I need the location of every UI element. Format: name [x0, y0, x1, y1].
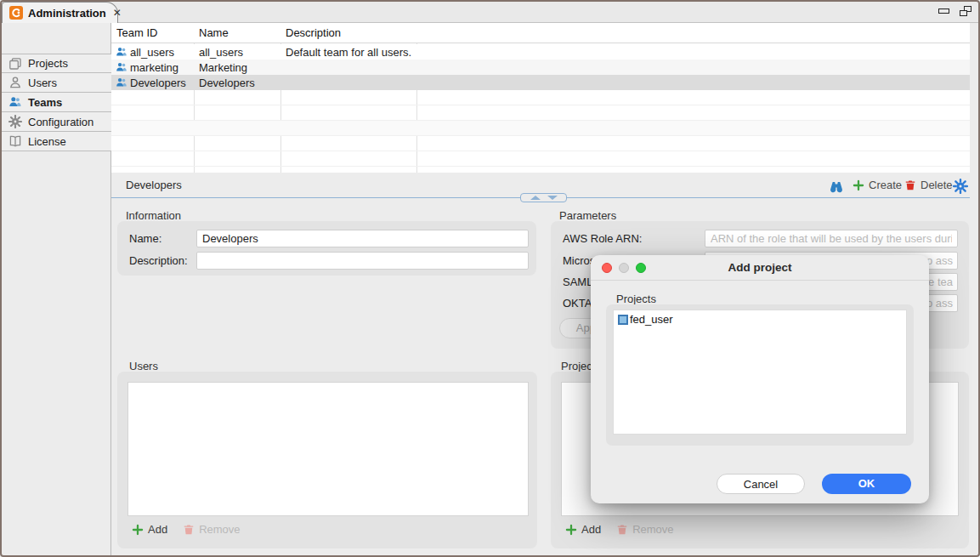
- user-icon: [8, 76, 22, 89]
- projects-add-button[interactable]: Add: [565, 523, 601, 536]
- tab-strip: [2, 2, 978, 23]
- sidebar-item-label: Projects: [28, 57, 68, 70]
- splitter-handle[interactable]: [520, 193, 567, 202]
- team-description-input[interactable]: [196, 252, 529, 270]
- add-project-dialog: Add project Projects fed_user Cancel OK: [591, 255, 929, 503]
- trash-icon: [616, 524, 628, 536]
- table-row-developers-selected[interactable]: Developers Developers: [111, 75, 970, 90]
- table-empty-row: [111, 121, 970, 136]
- aws-role-arn-label: AWS Role ARN:: [563, 230, 642, 247]
- minimize-traffic-light-icon: [619, 263, 629, 273]
- users-remove-button[interactable]: Remove: [183, 523, 240, 536]
- dialog-projects-label: Projects: [616, 293, 656, 305]
- sidebar-item-label: Teams: [28, 96, 62, 109]
- users-list[interactable]: [127, 382, 529, 516]
- dialog-projects-list[interactable]: fed_user: [613, 310, 907, 435]
- table-empty-row: [111, 105, 970, 121]
- parameters-section-label: Parameters: [559, 209, 616, 222]
- minimize-icon[interactable]: [938, 9, 949, 14]
- sidebar-item-label: Configuration: [28, 116, 93, 128]
- column-header-name[interactable]: Name: [199, 26, 229, 39]
- name-label: Name:: [129, 230, 161, 247]
- trash-icon: [183, 524, 195, 536]
- cancel-button[interactable]: Cancel: [717, 474, 805, 494]
- cell-team-id: Developers: [130, 77, 186, 89]
- team-name-input[interactable]: [196, 230, 529, 247]
- description-label: Description:: [129, 252, 188, 270]
- sidebar-item-teams[interactable]: Teams: [2, 93, 111, 112]
- restore-icon[interactable]: [960, 6, 972, 16]
- project-item-label: fed_user: [630, 313, 673, 326]
- sidebar-item-label: License: [28, 135, 66, 148]
- column-header-description[interactable]: Description: [286, 26, 341, 39]
- remove-label: Remove: [199, 523, 240, 536]
- cell-description: Default team for all users.: [286, 46, 411, 59]
- book-icon: [8, 134, 22, 148]
- sidebar-item-projects[interactable]: Projects: [2, 54, 111, 73]
- sidebar-item-license[interactable]: License: [2, 132, 111, 151]
- team-icon: [116, 77, 127, 88]
- binoculars-icon: [829, 179, 842, 192]
- teams-icon: [8, 95, 22, 109]
- add-label: Add: [148, 523, 167, 536]
- zoom-traffic-light-icon[interactable]: [636, 263, 646, 273]
- remove-label: Remove: [632, 523, 673, 536]
- table-empty-row: [111, 90, 970, 105]
- teams-table: Team ID Name Description all_users all_u…: [111, 23, 970, 173]
- administration-app-icon: [9, 6, 23, 20]
- dialog-title: Add project: [728, 261, 791, 274]
- table-empty-row: [111, 151, 970, 167]
- sidebar-item-configuration[interactable]: Configuration: [2, 112, 111, 132]
- cell-team-id: marketing: [130, 61, 178, 74]
- sidebar-item-label: Users: [28, 77, 57, 89]
- table-row-marketing[interactable]: marketing Marketing: [111, 60, 970, 75]
- cell-name: Marketing: [199, 61, 247, 74]
- cell-name: all_users: [199, 46, 243, 59]
- cell-name: Developers: [199, 77, 255, 89]
- team-icon: [116, 61, 127, 73]
- trash-icon: [904, 179, 916, 191]
- gear-icon: [8, 115, 22, 128]
- users-add-button[interactable]: Add: [132, 523, 167, 536]
- ok-button[interactable]: OK: [822, 474, 911, 494]
- settings-button[interactable]: [953, 179, 966, 192]
- collapse-down-icon: [547, 196, 558, 200]
- tab-administration[interactable]: Administration ✕: [2, 2, 118, 23]
- add-label: Add: [581, 523, 601, 536]
- table-empty-row: [111, 136, 970, 151]
- project-icon: [618, 315, 628, 325]
- cell-team-id: all_users: [130, 46, 174, 59]
- users-section-label: Users: [129, 360, 158, 372]
- okta-label: OKTA: [563, 294, 592, 312]
- tab-title: Administration: [28, 7, 106, 20]
- selected-team-title: Developers: [126, 179, 182, 191]
- teams-table-header: Team ID Name Description: [111, 23, 970, 43]
- create-button[interactable]: Create: [853, 179, 902, 191]
- plus-icon: [565, 524, 577, 536]
- plus-icon: [853, 179, 864, 191]
- column-header-team-id[interactable]: Team ID: [116, 26, 157, 39]
- table-row-all-users[interactable]: all_users all_users Default team for all…: [111, 44, 970, 60]
- delete-button[interactable]: Delete: [904, 179, 953, 191]
- create-label: Create: [869, 179, 902, 191]
- saml-label: SAML: [563, 273, 592, 291]
- close-traffic-light-icon[interactable]: [602, 263, 612, 273]
- information-section-label: Information: [126, 209, 181, 222]
- team-icon: [116, 46, 127, 58]
- delete-label: Delete: [921, 179, 953, 191]
- aws-role-arn-input[interactable]: [705, 230, 958, 247]
- gear-icon: [953, 179, 966, 192]
- dialog-titlebar[interactable]: Add project: [591, 255, 929, 281]
- tab-close-icon[interactable]: ✕: [113, 7, 122, 19]
- projects-remove-button[interactable]: Remove: [616, 523, 673, 536]
- sidebar-item-users[interactable]: Users: [2, 73, 111, 93]
- project-list-item[interactable]: fed_user: [614, 310, 906, 326]
- plus-icon: [132, 524, 144, 536]
- projects-icon: [8, 57, 22, 71]
- collapse-up-icon: [530, 196, 541, 200]
- search-button[interactable]: [829, 179, 842, 192]
- admin-sidebar: Projects Users Teams Configuration Licen…: [2, 23, 111, 555]
